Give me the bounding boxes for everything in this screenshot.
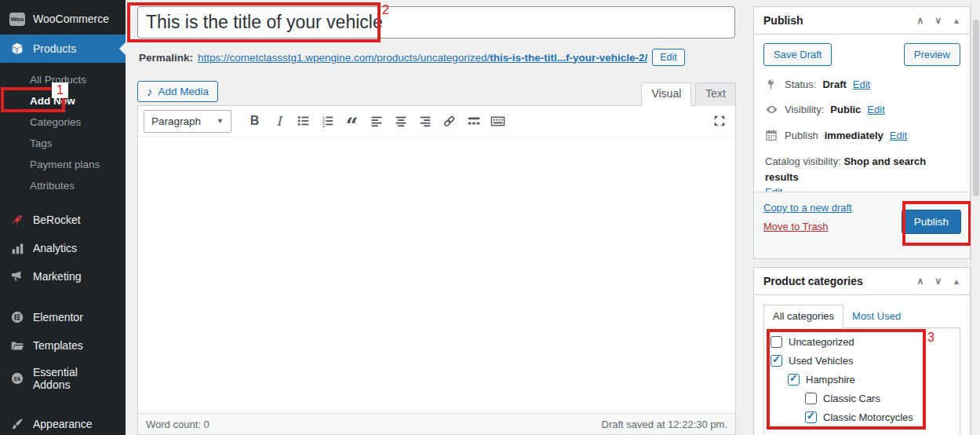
sidebar-item-label: Products bbox=[33, 42, 76, 55]
sidebar-item-essential-addons[interactable]: EA Essential Addons bbox=[0, 360, 126, 397]
category-label[interactable]: Classic Motorcycles bbox=[823, 411, 913, 423]
products-cube-icon bbox=[9, 41, 25, 57]
bold-button[interactable]: B bbox=[244, 111, 265, 131]
category-label[interactable]: Uncategorized bbox=[789, 336, 854, 348]
blockquote-button[interactable]: “ bbox=[341, 111, 362, 131]
align-left-button[interactable] bbox=[366, 111, 387, 131]
pin-icon bbox=[765, 79, 778, 90]
panel-down-icon[interactable]: ∨ bbox=[934, 15, 942, 26]
status-value: Draft bbox=[822, 79, 846, 90]
panel-collapse-icon[interactable]: ▲ bbox=[953, 16, 960, 25]
panel-collapse-icon[interactable]: ▲ bbox=[953, 277, 960, 286]
edit-schedule-link[interactable]: Edit bbox=[890, 130, 907, 141]
publish-button[interactable]: Publish bbox=[902, 210, 961, 234]
status-label: Status: bbox=[785, 79, 816, 90]
permalink-row: Permalink: https://cometclassstg1.wpengi… bbox=[139, 49, 685, 66]
folder-icon bbox=[9, 338, 25, 353]
eye-icon bbox=[765, 103, 778, 116]
preview-button[interactable]: Preview bbox=[904, 43, 960, 66]
category-label[interactable]: Classic Cars bbox=[823, 393, 880, 404]
category-checkbox-uncategorized[interactable] bbox=[771, 336, 782, 348]
megaphone-icon bbox=[9, 269, 25, 284]
align-center-button[interactable] bbox=[390, 111, 411, 131]
dropdown-caret-icon: ▼ bbox=[217, 117, 224, 125]
fullscreen-button[interactable] bbox=[709, 111, 730, 131]
rocket-icon bbox=[9, 212, 25, 228]
edit-status-link[interactable]: Edit bbox=[853, 79, 870, 90]
product-title-input[interactable] bbox=[137, 6, 735, 38]
permalink-link[interactable]: https://cometclassstg1.wpengine.com/prod… bbox=[198, 52, 647, 64]
toolbar-toggle-button[interactable] bbox=[487, 111, 508, 131]
word-count: Word count: 0 bbox=[146, 419, 209, 430]
paragraph-format-select[interactable]: Paragraph ▼ bbox=[144, 110, 231, 133]
read-more-button[interactable] bbox=[463, 111, 484, 131]
align-left-icon bbox=[370, 114, 384, 128]
content-editor: ♪ Add Media Visual Text Paragraph ▼ B I bbox=[137, 79, 736, 435]
sidebar-item-analytics[interactable]: Analytics bbox=[0, 234, 126, 262]
sidebar-item-all-products[interactable]: All Products bbox=[0, 69, 126, 90]
sidebar-item-payment-plans[interactable]: Payment plans bbox=[0, 154, 126, 175]
sidebar-item-appearance[interactable]: Appearance bbox=[0, 410, 126, 435]
numbered-list-icon: 123 bbox=[321, 114, 335, 128]
sidebar-item-elementor[interactable]: Elementor bbox=[0, 303, 126, 331]
schedule-label: Publish bbox=[785, 130, 818, 141]
sidebar-item-woocommerce[interactable]: Woo WooCommerce bbox=[0, 3, 126, 35]
sidebar-item-label: WooCommerce bbox=[33, 13, 109, 25]
fullscreen-icon bbox=[712, 114, 727, 128]
panel-up-icon[interactable]: ∧ bbox=[917, 276, 924, 287]
sidebar-item-label: Essential Addons bbox=[33, 366, 116, 391]
editor-content-area[interactable] bbox=[138, 137, 735, 413]
category-row: Classic Motorcycles bbox=[771, 411, 953, 423]
category-row: Used Vehicles bbox=[771, 355, 953, 367]
align-right-button[interactable] bbox=[414, 111, 435, 131]
paintbrush-icon bbox=[9, 416, 25, 432]
panel-up-icon[interactable]: ∧ bbox=[917, 15, 924, 26]
insert-link-button[interactable] bbox=[439, 111, 460, 131]
permalink-edit-button[interactable]: Edit bbox=[652, 49, 685, 66]
sidebar-item-label: BeRocket bbox=[33, 214, 81, 226]
category-checkbox-hampshire[interactable] bbox=[788, 374, 800, 386]
woocommerce-add-product-page: Woo WooCommerce Products All Products Ad… bbox=[0, 0, 980, 435]
categories-tabs: All categories Most Used bbox=[763, 305, 960, 327]
sidebar-item-berocket[interactable]: BeRocket bbox=[0, 206, 126, 234]
edit-visibility-link[interactable]: Edit bbox=[867, 104, 884, 115]
draft-saved-timestamp: Draft saved at 12:22:30 pm. bbox=[602, 419, 727, 430]
svg-text:3: 3 bbox=[322, 123, 324, 128]
categories-checklist: Uncategorized Used Vehicles Hampshire Cl… bbox=[763, 327, 960, 435]
editor-mode-tabs: Visual Text bbox=[641, 82, 736, 106]
tab-text[interactable]: Text bbox=[695, 82, 736, 106]
editor-toolbar: Paragraph ▼ B I 123 “ bbox=[138, 106, 735, 137]
sidebar-item-marketing[interactable]: Marketing bbox=[0, 262, 126, 291]
categories-panel-title: Product categories bbox=[763, 275, 863, 287]
save-draft-button[interactable]: Save Draft bbox=[763, 43, 832, 66]
sidebar-item-tags[interactable]: Tags bbox=[0, 133, 126, 154]
category-label[interactable]: Used Vehicles bbox=[789, 355, 853, 367]
elementor-icon bbox=[9, 309, 25, 325]
svg-text:EA: EA bbox=[14, 376, 21, 382]
category-label[interactable]: Hampshire bbox=[806, 374, 855, 386]
tab-visual[interactable]: Visual bbox=[641, 82, 691, 106]
tab-most-used[interactable]: Most Used bbox=[843, 305, 909, 327]
schedule-value: immediately bbox=[825, 130, 883, 141]
sidebar-item-products[interactable]: Products bbox=[0, 35, 126, 63]
page-scrollbar[interactable] bbox=[971, 0, 980, 435]
numbered-list-button[interactable]: 123 bbox=[317, 111, 338, 131]
tab-all-categories[interactable]: All categories bbox=[763, 305, 843, 328]
category-row: Hampshire bbox=[771, 374, 953, 386]
italic-button[interactable]: I bbox=[268, 111, 290, 131]
admin-sidebar: Woo WooCommerce Products All Products Ad… bbox=[0, 0, 126, 435]
scrollbar-thumb[interactable] bbox=[973, 20, 979, 196]
add-media-button[interactable]: ♪ Add Media bbox=[137, 81, 218, 102]
sidebar-item-attributes[interactable]: Attributes bbox=[0, 175, 126, 196]
bullet-list-button[interactable] bbox=[293, 111, 314, 131]
category-checkbox-used-vehicles[interactable] bbox=[771, 355, 782, 367]
align-center-icon bbox=[394, 114, 408, 128]
sidebar-item-categories[interactable]: Categories bbox=[0, 111, 126, 133]
visibility-value: Public bbox=[830, 104, 861, 115]
sidebar-item-templates[interactable]: Templates bbox=[0, 331, 126, 360]
calendar-icon bbox=[765, 129, 778, 141]
category-checkbox-classic-motorcycles[interactable] bbox=[805, 411, 817, 423]
sidebar-item-add-new[interactable]: Add New bbox=[0, 90, 126, 111]
panel-down-icon[interactable]: ∨ bbox=[934, 276, 942, 287]
category-checkbox-classic-cars[interactable] bbox=[805, 393, 817, 404]
